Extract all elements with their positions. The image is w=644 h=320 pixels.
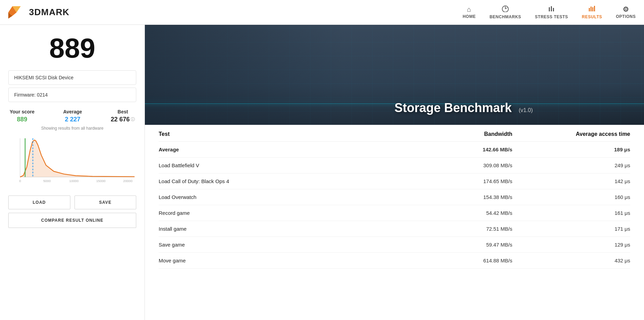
- nav-benchmarks-label: BENCHMARKS: [489, 14, 521, 19]
- table-header: Test Bandwidth Average access time: [159, 125, 630, 142]
- right-panel: Storage Benchmark (v1.0) Test Bandwidth …: [145, 25, 644, 320]
- bandwidth-2: 174.65 MB/s: [395, 178, 513, 184]
- benchmarks-icon: [502, 5, 509, 13]
- test-name-0: Average: [159, 147, 395, 152]
- access-time-5: 171 μs: [512, 226, 630, 232]
- your-score-label: Your score: [10, 109, 34, 114]
- chart-svg: 0 5000 10000 15000 20000: [8, 133, 136, 189]
- top-navigation: 3DMARK ⌂ HOME BENCHMARKS STRESS TESTS: [0, 0, 644, 25]
- bandwidth-4: 54.42 MB/s: [395, 210, 513, 216]
- bandwidth-5: 72.51 MB/s: [395, 226, 513, 232]
- svg-rect-9: [592, 7, 593, 11]
- firmware-label: Firmware: 0214: [14, 92, 48, 98]
- test-name-6: Save game: [159, 242, 395, 248]
- bandwidth-6: 59.47 MB/s: [395, 242, 513, 248]
- app-title: 3DMARK: [29, 7, 69, 18]
- access-time-0: 189 μs: [512, 147, 630, 152]
- main-score: 889: [49, 34, 95, 62]
- svg-rect-10: [594, 6, 595, 11]
- load-button[interactable]: LOAD: [8, 196, 70, 209]
- best-info-icon[interactable]: ⓘ: [131, 117, 135, 122]
- average-score-label: Average: [63, 109, 82, 114]
- svg-text:10000: 10000: [69, 179, 79, 183]
- svg-text:0: 0: [19, 179, 21, 183]
- nav-home-label: HOME: [463, 14, 476, 19]
- nav-options-label: OPTIONS: [616, 14, 636, 19]
- access-time-7: 432 μs: [512, 258, 630, 263]
- left-panel: 889 HIKSEMI SCSI Disk Device Firmware: 0…: [0, 25, 145, 320]
- logo-area: 3DMARK: [8, 6, 84, 19]
- table-row: Install game 72.51 MB/s 171 μs: [159, 221, 630, 237]
- distribution-chart: 0 5000 10000 15000 20000: [8, 133, 136, 189]
- load-save-row: LOAD SAVE: [8, 196, 136, 209]
- table-row: Load Call of Duty: Black Ops 4 174.65 MB…: [159, 173, 630, 189]
- access-time-2: 142 μs: [512, 178, 630, 184]
- best-score-label: Best: [118, 109, 128, 114]
- nav-home[interactable]: ⌂ HOME: [463, 6, 476, 19]
- score-compare-row: Your score 889 Average 2 227 Best 22 676…: [8, 109, 136, 123]
- svg-rect-8: [591, 7, 592, 11]
- average-score-col: Average 2 227: [63, 109, 82, 123]
- svg-rect-4: [549, 7, 550, 11]
- best-score-col: Best 22 676 ⓘ: [111, 109, 135, 123]
- nav-items: ⌂ HOME BENCHMARKS STRESS TESTS: [463, 5, 636, 19]
- table-row: Load Battlefield V 309.08 MB/s 249 μs: [159, 158, 630, 173]
- device-name: HIKSEMI SCSI Disk Device: [14, 75, 73, 80]
- results-table-container: Test Bandwidth Average access time Avera…: [145, 125, 644, 320]
- benchmark-title: Storage Benchmark: [395, 101, 512, 115]
- gear-icon: ⚙: [623, 6, 629, 13]
- banner-title-area: Storage Benchmark (v1.0): [395, 101, 533, 115]
- compare-button[interactable]: COMPARE RESULT ONLINE: [8, 213, 136, 228]
- nav-results[interactable]: RESULTS: [582, 5, 602, 19]
- nav-options[interactable]: ⚙ OPTIONS: [616, 6, 636, 19]
- test-name-4: Record game: [159, 210, 395, 216]
- svg-text:5000: 5000: [43, 179, 51, 183]
- bandwidth-1: 309.08 MB/s: [395, 162, 513, 168]
- nav-benchmarks[interactable]: BENCHMARKS: [489, 5, 521, 19]
- bandwidth-7: 614.88 MB/s: [395, 258, 513, 263]
- device-name-box: HIKSEMI SCSI Disk Device: [8, 70, 136, 85]
- bandwidth-3: 154.38 MB/s: [395, 194, 513, 200]
- test-name-2: Load Call of Duty: Black Ops 4: [159, 178, 395, 184]
- firmware-box: Firmware: 0214: [8, 88, 136, 102]
- best-score-value: 22 676: [111, 116, 130, 123]
- test-name-1: Load Battlefield V: [159, 162, 395, 168]
- save-button[interactable]: SAVE: [75, 196, 137, 209]
- test-name-7: Move game: [159, 258, 395, 263]
- bandwidth-0: 142.66 MB/s: [395, 147, 513, 152]
- svg-rect-7: [589, 8, 590, 11]
- average-score-value: 2 227: [65, 116, 80, 123]
- table-row: Record game 54.42 MB/s 161 μs: [159, 205, 630, 221]
- showing-label: Showing results from all hardware: [41, 126, 103, 131]
- your-score-value: 889: [17, 116, 27, 123]
- access-time-1: 249 μs: [512, 162, 630, 168]
- test-name-5: Install game: [159, 226, 395, 232]
- nav-results-label: RESULTS: [582, 14, 602, 19]
- table-row: Save game 59.47 MB/s 129 μs: [159, 237, 630, 253]
- svg-rect-5: [551, 6, 552, 11]
- access-time-4: 161 μs: [512, 210, 630, 216]
- svg-text:15000: 15000: [96, 179, 106, 183]
- svg-rect-6: [553, 8, 554, 11]
- main-layout: 889 HIKSEMI SCSI Disk Device Firmware: 0…: [0, 25, 644, 320]
- svg-text:20000: 20000: [123, 179, 133, 183]
- col-access-time-header: Average access time: [512, 131, 630, 137]
- test-name-3: Load Overwatch: [159, 194, 395, 200]
- col-test-header: Test: [159, 131, 395, 137]
- access-time-3: 160 μs: [512, 194, 630, 200]
- table-row: Average 142.66 MB/s 189 μs: [159, 142, 630, 158]
- access-time-6: 129 μs: [512, 242, 630, 248]
- table-row: Load Overwatch 154.38 MB/s 160 μs: [159, 189, 630, 205]
- table-row: Move game 614.88 MB/s 432 μs: [159, 253, 630, 269]
- nav-stress-tests-label: STRESS TESTS: [535, 14, 568, 19]
- col-bandwidth-header: Bandwidth: [395, 131, 513, 137]
- logo-icon: [8, 6, 26, 19]
- nav-stress-tests[interactable]: STRESS TESTS: [535, 5, 568, 19]
- benchmark-version: (v1.0): [519, 107, 533, 113]
- benchmark-banner: Storage Benchmark (v1.0): [145, 25, 644, 125]
- stress-tests-icon: [548, 5, 555, 13]
- your-score-col: Your score 889: [10, 109, 34, 123]
- home-icon: ⌂: [467, 6, 472, 13]
- results-icon: [588, 5, 596, 13]
